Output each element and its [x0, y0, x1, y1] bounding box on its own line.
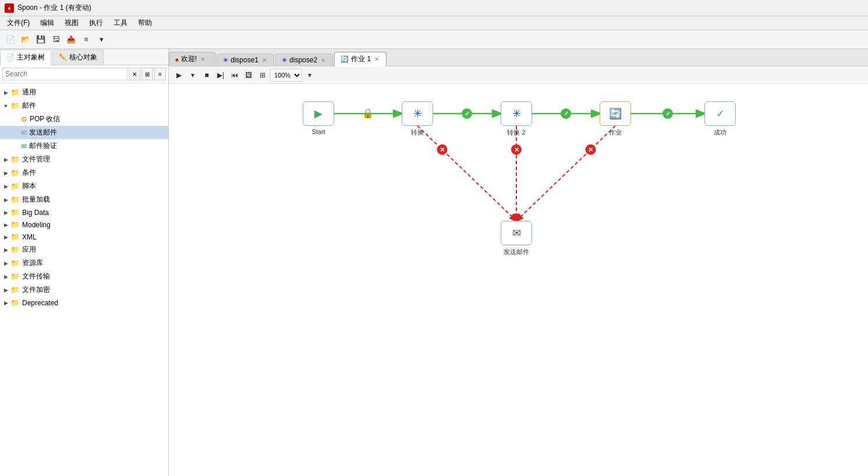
node-label-fasong-mail: 发送邮件 [504, 248, 529, 256]
tree-item-wenjiancs[interactable]: ▶ 📁文件传输 [0, 270, 168, 283]
canvas-step-button[interactable]: ▶| [214, 69, 227, 82]
node-label-start: Start [311, 128, 325, 135]
toolbar-new[interactable]: 📄 [3, 33, 17, 47]
tab-bar: ♠ 欢迎! ✕ ✳ dispose1 ✕ ✳ dispose2 ✕ 🔄 作业 1… [169, 49, 868, 66]
node-label-zuoye: 作业 [609, 128, 622, 137]
tree-item-wenjian[interactable]: ▶ 📁文件管理 [0, 153, 168, 166]
right-panel: ♠ 欢迎! ✕ ✳ dispose1 ✕ ✳ dispose2 ✕ 🔄 作业 1… [169, 49, 868, 476]
menu-edit[interactable]: 编辑 [36, 17, 59, 29]
svg-point-18 [586, 144, 596, 155]
menu-tools[interactable]: 工具 [109, 17, 132, 29]
canvas-save-image-button[interactable]: 🖼 [242, 69, 255, 82]
search-expand-button[interactable]: ⊞ [141, 68, 153, 80]
canvas-zoom-dropdown[interactable]: ▾ [303, 69, 316, 82]
canvas-preview-button[interactable]: ⏮ [228, 69, 241, 82]
node-start[interactable]: ▶ Start [303, 101, 334, 135]
tab-dispose2-close[interactable]: ✕ [320, 57, 327, 64]
node-icon-zhuanhuan: ✳ [413, 107, 422, 120]
tree-item-yingyong[interactable]: ▶ 📁应用 [0, 243, 168, 256]
tree-item-piliangjiazai[interactable]: ▶ 📁批量加载 [0, 193, 168, 206]
menu-help[interactable]: 帮助 [133, 17, 157, 29]
workflow-canvas[interactable]: 🔒✓✓✓✕✕✕ ▶ Start ✳ 转换 ✳ 转换 2 🔄 作业 ✓ 成功 ✉ … [169, 84, 868, 476]
toolbar-dropdown[interactable]: ▾ [94, 33, 108, 47]
tree-item-wenjianjiami[interactable]: ▶ 📁文件加密 [0, 283, 168, 297]
folder-icon-youjian: 📁 [10, 101, 20, 110]
menu-file[interactable]: 文件(F) [2, 17, 34, 29]
tree-item-xml[interactable]: ▶ 📁XML [0, 231, 168, 243]
tree-item-tiaojian[interactable]: ▶ 📁条件 [0, 166, 168, 179]
toolbar-publish[interactable]: 📤 [64, 33, 78, 47]
tab-job1-close[interactable]: ✕ [373, 56, 380, 62]
tab-dispose2-icon: ✳ [282, 57, 287, 64]
node-zhuanhuan2[interactable]: ✳ 转换 2 [501, 101, 532, 137]
tree-label-piliangjiazai: 批量加载 [22, 195, 50, 204]
tree-label-yingyong: 应用 [22, 245, 36, 255]
core-objects-icon: ✏️ [59, 54, 67, 61]
tab-job1-icon: 🔄 [341, 55, 349, 63]
folder-icon-piliangjiazai: 📁 [10, 195, 20, 204]
node-icon-chenggong: ✓ [716, 107, 725, 120]
tab-welcome-label: 欢迎! [181, 54, 197, 64]
tree-label-xml: XML [22, 233, 37, 241]
tree-item-yanzheng[interactable]: ✉邮件验证 [0, 139, 168, 153]
node-box-zuoye: 🔄 [600, 101, 631, 126]
tree-arrow-yingyong: ▶ [2, 246, 9, 253]
node-fasong-mail[interactable]: ✉ 发送邮件 [501, 221, 532, 256]
svg-line-17 [516, 126, 615, 221]
tab-dispose1-label: dispose1 [231, 56, 258, 64]
tree-item-ziyuanku[interactable]: ▶ 📁资源库 [0, 256, 168, 270]
tab-dispose1-close[interactable]: ✕ [261, 57, 268, 64]
canvas-run-dropdown[interactable]: ▾ [186, 69, 199, 82]
toolbar-layers[interactable]: ≡ [79, 33, 93, 47]
tree-item-youjian[interactable]: ▼ 📁邮件 [0, 99, 168, 112]
node-zhuanhuan[interactable]: ✳ 转换 [402, 101, 433, 137]
tree-item-jiaobeng[interactable]: ▶ 📁脚本 [0, 179, 168, 193]
tab-welcome-close[interactable]: ✕ [199, 56, 206, 62]
node-label-chenggong: 成功 [714, 128, 727, 137]
node-box-chenggong: ✓ [704, 101, 736, 126]
tree-arrow-wenjianjiami: ▶ [2, 287, 9, 294]
node-zuoye[interactable]: 🔄 作业 [600, 101, 631, 137]
menu-bar: 文件(F) 编辑 视图 执行 工具 帮助 [0, 16, 868, 30]
tree-item-modeling[interactable]: ▶ 📁Modeling [0, 218, 168, 231]
tab-job1[interactable]: 🔄 作业 1 ✕ [334, 52, 387, 66]
canvas-zoom-select[interactable]: 100% 75% 50% 150% 200% [270, 69, 302, 82]
svg-text:✕: ✕ [588, 146, 593, 153]
tree-item-fasong[interactable]: ✉发送邮件 [0, 126, 168, 139]
search-collapse-button[interactable]: ≡ [154, 68, 166, 80]
canvas-stop-button[interactable]: ■ [200, 69, 213, 82]
canvas-run-button[interactable]: ▶ [172, 69, 185, 82]
toolbar-save[interactable]: 💾 [34, 33, 48, 47]
tree-label-bigdata: Big Data [22, 209, 49, 217]
tree-item-bigdata[interactable]: ▶ 📁Big Data [0, 206, 168, 218]
toolbar-open[interactable]: 📂 [19, 33, 33, 47]
panel-tab-main-tree[interactable]: 📄 主对象树 [0, 50, 51, 65]
node-chenggong[interactable]: ✓ 成功 [704, 101, 736, 137]
main-tree-icon: 📄 [6, 54, 15, 61]
search-clear-button[interactable]: ✕ [129, 68, 140, 80]
folder-icon-yingyong: 📁 [10, 245, 20, 254]
tree-item-tongyong[interactable]: ▶ 📁通用 [0, 86, 168, 99]
panel-tab-core-label: 核心对象 [69, 52, 97, 62]
tree-arrow-tongyong: ▶ [2, 89, 9, 96]
menu-run[interactable]: 执行 [84, 17, 108, 29]
tree-item-pop[interactable]: ⚙POP 收信 [0, 112, 168, 126]
canvas-layout-button[interactable]: ⊞ [256, 69, 269, 82]
tree-label-tongyong: 通用 [22, 87, 36, 97]
menu-view[interactable]: 视图 [60, 17, 83, 29]
svg-point-3 [462, 108, 472, 119]
tree-label-fasong: 发送邮件 [29, 128, 57, 137]
tree-label-youjian: 邮件 [22, 101, 36, 111]
node-icon-fasong: ✉ [21, 129, 27, 137]
main-toolbar: 📄 📂 💾 🖫 📤 ≡ ▾ [0, 30, 868, 49]
tab-dispose1[interactable]: ✳ dispose1 ✕ [217, 54, 274, 66]
node-box-zhuanhuan: ✳ [402, 101, 433, 126]
tree-item-deprecated[interactable]: ▶ 📁Deprecated [0, 297, 168, 309]
panel-tab-core-objects[interactable]: ✏️ 核心对象 [52, 50, 104, 65]
tab-welcome[interactable]: ♠ 欢迎! ✕ [169, 52, 215, 66]
tab-dispose2[interactable]: ✳ dispose2 ✕ [275, 54, 333, 66]
node-icon-fasong-mail: ✉ [512, 227, 521, 239]
search-input[interactable] [2, 68, 127, 80]
tree-label-yanzheng: 邮件验证 [29, 141, 57, 151]
toolbar-save-as[interactable]: 🖫 [49, 33, 63, 47]
